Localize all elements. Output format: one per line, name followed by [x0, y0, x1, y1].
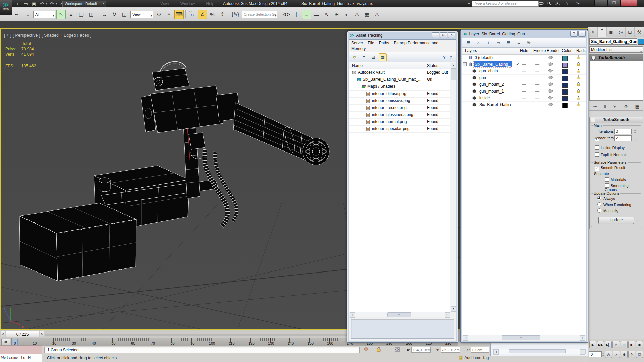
- select-and-rotate-button[interactable]: ↻: [110, 10, 119, 19]
- tab-hierarchy[interactable]: ▣: [607, 27, 616, 37]
- use-pivot-point-center-button[interactable]: ⊙: [154, 10, 164, 19]
- freeze-toggle[interactable]: —: [535, 95, 539, 101]
- scroll-down-icon[interactable]: ▾: [451, 306, 456, 312]
- angle-snap-toggle-button[interactable]: ∠: [198, 10, 207, 19]
- update-button[interactable]: Update: [598, 217, 634, 224]
- layer-color-swatch[interactable]: [562, 62, 568, 68]
- 3dsmax-logo[interactable]: ≫ MXD: [0, 0, 12, 15]
- favorites-star-icon[interactable]: ☆: [563, 1, 570, 6]
- dialog-maximize-button[interactable]: ◱: [440, 32, 447, 38]
- layer-color-swatch[interactable]: [562, 89, 568, 95]
- tab-motion[interactable]: ◎: [616, 27, 626, 37]
- at-menu-bitmap-performance-and-memory[interactable]: Bitmap Performance and Memory: [351, 41, 438, 51]
- hide-toggle[interactable]: —: [522, 81, 526, 87]
- scroll-thumb[interactable]: [451, 68, 456, 80]
- isolate-selection-icon[interactable]: [364, 347, 368, 353]
- layer-color-swatch[interactable]: [562, 96, 568, 102]
- layer-name[interactable]: Six_Barrel_Gatling_: [474, 61, 512, 67]
- tab-create[interactable]: ✳: [588, 27, 598, 37]
- column-header-layers[interactable]: Layers: [465, 48, 477, 53]
- render-teapot-icon[interactable]: [547, 62, 553, 68]
- explicit-normals-checkbox[interactable]: [595, 152, 599, 157]
- reference-coordinate-system-dropdown[interactable]: View▾: [130, 11, 153, 18]
- radiosity-icon[interactable]: [576, 95, 581, 102]
- scroll-right-icon[interactable]: ▸: [445, 312, 450, 318]
- render-teapot-icon[interactable]: [547, 96, 553, 102]
- undo-dropdown-icon[interactable]: ▾: [46, 2, 47, 5]
- hide-toggle[interactable]: —: [522, 61, 526, 67]
- radiosity-icon[interactable]: [576, 68, 581, 75]
- dialog-minimize-button[interactable]: –: [432, 32, 439, 38]
- select-object-button[interactable]: ↖: [56, 10, 66, 19]
- layer-row[interactable]: gun_mount_2——: [462, 81, 586, 88]
- render-setup-button[interactable]: ♨: [352, 10, 362, 19]
- column-header-freeze[interactable]: Freeze: [533, 48, 546, 53]
- select-and-scale-button[interactable]: ◲: [120, 10, 129, 19]
- freeze-toggle[interactable]: —: [535, 68, 539, 74]
- absolute-mode-transform-icon[interactable]: [395, 347, 400, 353]
- help-button[interactable]: ?: [448, 55, 454, 60]
- make-unique-icon[interactable]: ⋎: [613, 104, 617, 109]
- create-new-layer-button[interactable]: ≣: [464, 39, 472, 47]
- layer-row[interactable]: gun_chain——: [462, 68, 586, 75]
- frame-spinner[interactable]: ▴▾: [602, 352, 604, 357]
- redo-icon[interactable]: ↷: [49, 1, 55, 6]
- radiosity-icon[interactable]: [576, 55, 581, 61]
- hide-toggle[interactable]: —: [522, 68, 526, 74]
- spinner-snap-toggle-button[interactable]: ⇕: [218, 10, 227, 19]
- scroll-thumb[interactable]: ‖‖: [387, 312, 411, 317]
- configure-modifier-sets-icon[interactable]: ▦: [635, 104, 639, 109]
- zoom-extents-button[interactable]: ◧: [628, 341, 635, 348]
- delete-highlighted-layers-button[interactable]: ×: [474, 39, 482, 47]
- smooth-result-checkbox[interactable]: ✓: [595, 167, 599, 171]
- current-frame-field[interactable]: 0: [589, 351, 602, 357]
- workspace-selector[interactable]: Workspace: Default▾: [62, 1, 106, 7]
- vault-options-button[interactable]: ?: [441, 55, 448, 60]
- remove-modifier-icon[interactable]: ⊘: [624, 104, 628, 109]
- at-menu-file[interactable]: File: [368, 41, 374, 45]
- hide-toggle[interactable]: —: [522, 55, 526, 61]
- material-editor-button[interactable]: ◐: [342, 10, 352, 19]
- add-selection-to-layer-button[interactable]: +: [484, 39, 492, 47]
- asset-row[interactable]: Maps / Shaders: [349, 83, 450, 90]
- freeze-toggle[interactable]: —: [535, 75, 539, 81]
- layer-row[interactable]: −Six_Barrel_Gatling_✓——: [462, 61, 586, 68]
- dialog-close-button[interactable]: ×: [578, 31, 586, 37]
- asset-row[interactable]: interior_normal.pngFound: [349, 119, 450, 126]
- render-teapot-icon[interactable]: [547, 69, 553, 75]
- edit-named-selection-sets-button[interactable]: {✎}: [231, 10, 240, 19]
- freeze-toggle[interactable]: —: [535, 55, 539, 61]
- window-crossing-toggle-button[interactable]: ◫: [87, 10, 96, 19]
- layer-name[interactable]: gun_mount_1: [478, 88, 505, 94]
- render-iters-spinner[interactable]: ▴▾: [633, 135, 637, 141]
- hide-toggle[interactable]: —: [522, 88, 526, 94]
- selection-lock-icon[interactable]: [376, 347, 381, 353]
- graphite-ribbon-toggle-button[interactable]: ▬: [312, 10, 321, 19]
- hierarchy-view-button[interactable]: ⊟: [369, 53, 377, 61]
- scroll-thumb[interactable]: ‖‖: [502, 335, 540, 340]
- minimize-button[interactable]: –: [594, 0, 608, 6]
- mini-panel-scrollbar[interactable]: ◂ ▸: [493, 349, 586, 354]
- layer-row[interactable]: 0 (default)——: [462, 55, 586, 61]
- save-file-icon[interactable]: ▣: [31, 1, 37, 6]
- unlink-selection-button[interactable]: ⊷: [12, 10, 22, 19]
- align-button[interactable]: ∥: [292, 10, 301, 19]
- new-scene-icon[interactable]: ▫: [15, 1, 21, 6]
- select-and-move-button[interactable]: ↔: [100, 10, 109, 19]
- subscription-key-icon[interactable]: [546, 1, 553, 6]
- viewport-label[interactable]: [ + ] [ Perspective ] [ Shaded + Edged F…: [4, 33, 92, 38]
- select-highlighted-objects-button[interactable]: ▱: [494, 39, 502, 47]
- modifier-list-dropdown[interactable]: Modifier List▾: [589, 46, 643, 53]
- isolate-selection-button[interactable]: ▷: [613, 351, 620, 358]
- modifier-stack-item[interactable]: TurboSmooth: [590, 55, 643, 61]
- asset-table-header[interactable]: Name Status: [349, 62, 450, 69]
- pin-stack-icon[interactable]: ⊸: [593, 104, 597, 109]
- keyboard-shortcut-override-button[interactable]: ⌨: [174, 10, 184, 19]
- communication-center-icon[interactable]: [554, 1, 561, 6]
- schematic-view-button[interactable]: ⊞: [332, 10, 341, 19]
- bind-to-space-warp-button[interactable]: ≈: [22, 10, 32, 19]
- show-end-result-icon[interactable]: ‖: [604, 104, 606, 109]
- layer-name[interactable]: gun_mount_2: [478, 81, 505, 87]
- radiosity-icon[interactable]: [576, 62, 581, 68]
- asset-row[interactable]: 3Six_Barrel_Gatling_Gun_max_...Ok: [349, 76, 450, 83]
